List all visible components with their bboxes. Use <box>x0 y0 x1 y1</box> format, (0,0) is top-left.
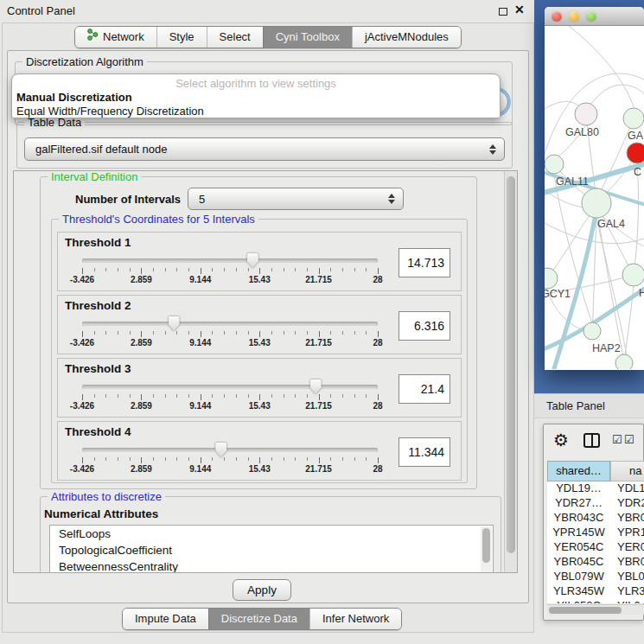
table-row[interactable]: YDR27…YDR2 <box>547 496 644 511</box>
node-label: HAP2 <box>592 342 621 354</box>
slider-thumb[interactable] <box>215 443 226 457</box>
vertical-scrollbar[interactable] <box>504 171 517 572</box>
group-label: Attributes to discretize <box>48 490 165 503</box>
node-label: GAL11 <box>556 175 589 188</box>
panel-title: Control Panel <box>7 4 75 17</box>
list-item[interactable]: SelfLoops <box>50 526 493 542</box>
spinner-value: 5 <box>199 188 205 210</box>
network-view-window[interactable]: GAL80GACGAL11GAL4GCY1HHAP2 <box>545 7 644 370</box>
slider-track[interactable] <box>82 322 378 326</box>
slider-thumb[interactable] <box>310 379 322 394</box>
columns-icon[interactable] <box>583 433 600 448</box>
network-canvas[interactable]: GAL80GACGAL11GAL4GCY1HHAP2 <box>545 26 644 369</box>
tab-jactivemnodules[interactable]: jActiveMNodules <box>352 27 461 48</box>
slider-ticks <box>82 394 378 401</box>
tab-label: Select <box>220 27 251 48</box>
scrollbar-thumb[interactable] <box>482 528 490 563</box>
tab-label: Network <box>103 27 144 48</box>
slider-thumb[interactable] <box>247 253 258 268</box>
network-node[interactable] <box>575 103 597 125</box>
numerical-attributes-list[interactable]: SelfLoopsTopologicalCoefficientBetweenne… <box>49 525 494 573</box>
apply-button[interactable]: Apply <box>233 579 291 601</box>
network-node[interactable] <box>583 322 601 340</box>
threshold-value-field[interactable]: 21.4 <box>399 374 450 404</box>
table-panel-window: ⚙ ☑ ☑ shared… na YDL19…YDL1YDR27…YDR2YBR… <box>543 424 644 621</box>
checkbox-icon[interactable]: ☑ <box>612 433 622 446</box>
tab-label: Cyni Toolbox <box>276 27 340 48</box>
tab-discretize-data[interactable]: Discretize Data <box>208 609 309 629</box>
table-row[interactable]: YLR345WYLR3 <box>547 584 644 599</box>
threshold-value-field[interactable]: 11.344 <box>399 437 450 467</box>
dropdown-option-manual[interactable]: Manual Discretization <box>12 91 500 105</box>
tab-label: jActiveMNodules <box>365 27 449 48</box>
table-row[interactable]: YBR043CYBR0 <box>547 511 644 526</box>
slider-ticks <box>82 268 378 275</box>
tab-infer-network[interactable]: Infer Network <box>309 609 401 629</box>
threshold-label: Threshold 4 <box>65 425 131 438</box>
network-node[interactable] <box>623 108 644 129</box>
list-scrollbar[interactable] <box>481 526 492 573</box>
table-data-combobox[interactable]: galFiltered.sif default node <box>24 137 505 161</box>
threshold-panel: Threshold 2-3.4262.8599.14415.4321.71528… <box>57 295 462 354</box>
table-row[interactable]: YPR145WYPR1 <box>547 526 644 540</box>
tab-network[interactable]: Network <box>75 27 156 48</box>
scrollbar-thumb[interactable] <box>549 607 622 614</box>
threshold-value-field[interactable]: 6.316 <box>399 311 450 341</box>
table-row[interactable]: YIL052CYIL0 <box>547 599 644 603</box>
tab-select[interactable]: Select <box>207 27 263 48</box>
number-of-intervals-spinner[interactable]: 5 <box>188 188 404 210</box>
table-panel-header: Table Panel <box>534 393 644 418</box>
tab-cyni-toolbox[interactable]: Cyni Toolbox <box>263 27 352 48</box>
slider-tick-labels: -3.4262.8599.14415.4321.71528 <box>82 464 378 475</box>
spinner-arrows-icon <box>388 194 395 204</box>
column-header-shared-name[interactable]: shared… <box>547 461 610 481</box>
threshold-value-field[interactable]: 14.713 <box>399 248 450 277</box>
slider-track[interactable] <box>82 258 378 263</box>
table-rows: YDL19…YDL1YDR27…YDR2YBR043CYBR0YPR145WYP… <box>547 481 644 603</box>
tab-label: Infer Network <box>322 609 389 629</box>
node-label: GCY1 <box>545 288 571 300</box>
node-label: H <box>639 287 644 299</box>
list-item[interactable]: TopologicalCoefficient <box>50 542 493 558</box>
group-label: Discretization Algorithm <box>22 55 147 68</box>
tab-impute-data[interactable]: Impute Data <box>123 609 208 629</box>
slider-thumb[interactable] <box>169 316 180 331</box>
minimize-traffic-light-icon[interactable] <box>569 11 579 22</box>
network-edge <box>598 218 624 360</box>
network-node[interactable] <box>622 264 644 286</box>
network-node[interactable] <box>545 155 564 174</box>
network-node[interactable] <box>545 268 558 289</box>
number-of-intervals-label: Number of Intervals <box>75 193 181 206</box>
slider-track[interactable] <box>82 448 378 452</box>
gear-icon[interactable]: ⚙ <box>553 430 569 450</box>
network-edge <box>545 102 581 110</box>
network-node[interactable] <box>615 354 633 369</box>
table-row[interactable]: YBR045CYBR0 <box>547 555 644 570</box>
slider-tick-labels: -3.4262.8599.14415.4321.71528 <box>82 275 378 285</box>
column-header-name[interactable]: na <box>610 461 644 481</box>
spinner-arrows-icon <box>489 144 496 155</box>
desktop-right: GAL80GACGAL11GAL4GCY1HHAP2 Table Panel ⚙… <box>534 0 644 644</box>
attributes-group: Attributes to discretize Numerical Attri… <box>40 496 501 573</box>
slider-track[interactable] <box>82 385 378 389</box>
tab-style[interactable]: Style <box>156 27 207 48</box>
threshold-label: Threshold 3 <box>65 362 131 375</box>
dropdown-option-equal-width[interactable]: Equal Width/Frequency Discretization <box>12 105 500 118</box>
slider-ticks <box>82 331 378 338</box>
group-label: Threshold's Coordinates for 5 Intervals <box>59 213 258 226</box>
list-item[interactable]: BetweennessCentrality <box>50 558 493 573</box>
network-icon <box>87 27 99 48</box>
close-traffic-light-icon[interactable] <box>552 11 562 22</box>
zoom-traffic-light-icon[interactable] <box>586 11 596 22</box>
horizontal-scrollbar[interactable] <box>547 604 644 615</box>
table-row[interactable]: YDL19…YDL1 <box>547 481 644 496</box>
scrollbar-thumb[interactable] <box>507 176 515 553</box>
network-node[interactable] <box>582 188 611 218</box>
network-node[interactable] <box>627 143 644 163</box>
table-row[interactable]: YER054CYER0 <box>547 540 644 555</box>
node-label: C <box>634 166 641 178</box>
float-icon[interactable] <box>499 8 507 16</box>
table-row[interactable]: YBL079WYBL0 <box>547 570 644 584</box>
close-icon[interactable]: ✕ <box>514 3 525 16</box>
checkbox-icon[interactable]: ☑ <box>624 433 634 446</box>
